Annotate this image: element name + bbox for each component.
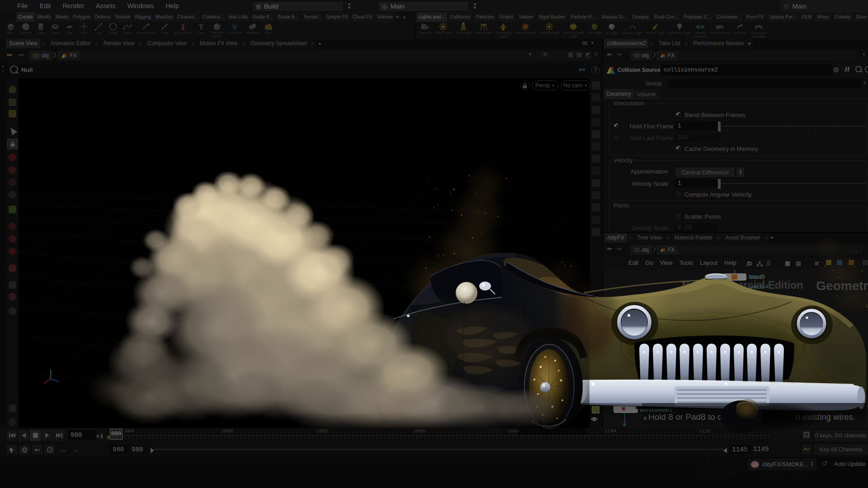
svg-text:T: T xyxy=(199,23,204,31)
